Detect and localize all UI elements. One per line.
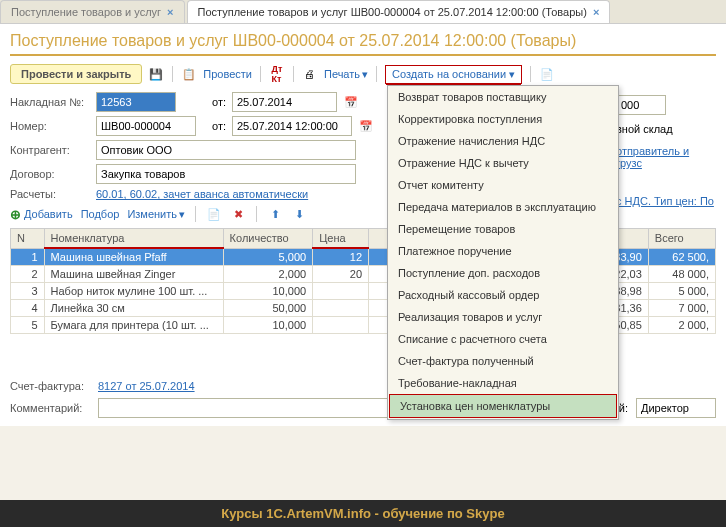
col-qty[interactable]: Количество [223,229,313,249]
menu-item[interactable]: Отражение начисления НДС [388,130,618,152]
separator [530,66,531,82]
col-nomenclature[interactable]: Номенклатура [44,229,223,249]
from-label: от: [212,96,226,108]
print-button[interactable]: Печать ▾ [324,68,368,81]
menu-item[interactable]: Поступление доп. расходов [388,262,618,284]
delete-icon[interactable]: ✖ [230,206,246,222]
invoice-label: Накладная №: [10,96,90,108]
save-icon[interactable]: 💾 [148,66,164,82]
datetime-input[interactable] [232,116,352,136]
add-button[interactable]: ⊕Добавить [10,207,73,222]
calendar-icon[interactable]: 📅 [343,94,359,110]
contract-input[interactable] [96,164,356,184]
date-input[interactable] [232,92,337,112]
contragent-label: Контрагент: [10,144,90,156]
copy-icon[interactable]: 📄 [206,206,222,222]
calc-label: Расчеты: [10,188,90,200]
comment-input[interactable] [98,398,428,418]
menu-item-highlighted[interactable]: Установка цен номенклатуры [389,394,617,418]
footer-banner: Курсы 1С.ArtemVM.info - обучение по Skyp… [0,500,726,527]
sf-label: Счет-фактура: [10,380,90,392]
dt-kt-icon[interactable]: ДтКт [269,66,285,82]
tab-item-active[interactable]: Поступление товаров и услуг ШВ00-000004 … [187,0,611,23]
invoice-input[interactable] [96,92,176,112]
menu-item[interactable]: Корректировка поступления [388,108,618,130]
post-button[interactable]: Провести [203,68,252,80]
close-icon[interactable]: × [593,6,599,18]
menu-item[interactable]: Требование-накладная [388,372,618,394]
nds-link[interactable]: с НДС. Тип цен: По [616,195,714,207]
resp-input[interactable] [636,398,716,418]
menu-item[interactable]: Расходный кассовый ордер [388,284,618,306]
sf-link[interactable]: 8127 от 25.07.2014 [98,380,195,392]
calendar-icon[interactable]: 📅 [358,118,374,134]
menu-item[interactable]: Реализация товаров и услуг [388,306,618,328]
move-up-icon[interactable]: ⬆ [267,206,283,222]
menu-item[interactable]: Счет-фактура полученный [388,350,618,372]
menu-item[interactable]: Возврат товаров поставщику [388,86,618,108]
right-column: вной склад отправитель и грузс с НДС. Ти… [616,95,716,211]
create-based-menu: Возврат товаров поставщикуКорректировка … [387,85,619,420]
sender-link[interactable]: отправитель и грузс [616,145,689,169]
menu-item[interactable]: Отчет комитенту [388,174,618,196]
from-label-2: от: [212,120,226,132]
menu-item[interactable]: Отражение НДС к вычету [388,152,618,174]
col-n[interactable]: N [11,229,45,249]
separator [293,66,294,82]
comment-label: Комментарий: [10,402,90,414]
separator [376,66,377,82]
menu-item[interactable]: Платежное поручение [388,240,618,262]
number-input[interactable] [96,116,196,136]
contragent-input[interactable] [96,140,356,160]
col-price[interactable]: Цена [313,229,369,249]
page-title: Поступление товаров и услуг ШВ00-000004 … [10,32,716,56]
tab-bar: Поступление товаров и услуг × Поступлени… [0,0,726,24]
contract-label: Договор: [10,168,90,180]
select-button[interactable]: Подбор [81,208,120,220]
number-label: Номер: [10,120,90,132]
separator [260,66,261,82]
tab-item[interactable]: Поступление товаров и услуг × [0,0,185,23]
post-and-close-button[interactable]: Провести и закрыть [10,64,142,84]
plus-icon: ⊕ [10,207,21,222]
menu-item[interactable]: Перемещение товаров [388,218,618,240]
field-000[interactable] [616,95,666,115]
calc-link[interactable]: 60.01, 60.02, зачет аванса автоматически [96,188,308,200]
separator [256,206,257,222]
tab-label: Поступление товаров и услуг ШВ00-000004 … [198,6,587,18]
separator [172,66,173,82]
move-down-icon[interactable]: ⬇ [291,206,307,222]
report-icon[interactable]: 📄 [539,66,555,82]
menu-item[interactable]: Передача материалов в эксплуатацию [388,196,618,218]
separator [195,206,196,222]
edit-button[interactable]: Изменить ▾ [127,208,185,221]
toolbar: Провести и закрыть 💾 📋 Провести ДтКт 🖨 П… [10,64,716,84]
menu-item[interactable]: Списание с расчетного счета [388,328,618,350]
col-total[interactable]: Всего [648,229,715,249]
print-icon[interactable]: 🖨 [302,66,318,82]
post-icon[interactable]: 📋 [181,66,197,82]
close-icon[interactable]: × [167,6,173,18]
create-based-dropdown[interactable]: Создать на основании ▾ [385,65,522,84]
warehouse-text: вной склад [616,123,673,135]
tab-label: Поступление товаров и услуг [11,6,161,18]
